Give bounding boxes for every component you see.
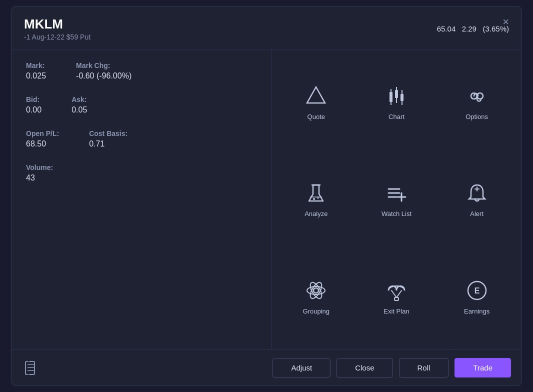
stat-ask: Ask: 0.05 <box>72 96 87 114</box>
close-button[interactable]: × <box>498 14 513 30</box>
svg-point-23 <box>314 288 318 293</box>
action-exit-plan[interactable]: Exit Plan <box>356 248 437 346</box>
modal: MKLM -1 Aug-12-22 $59 Put 65.04 2.29 (3.… <box>12 6 522 386</box>
stat-cost-basis-value: 0.71 <box>89 140 128 148</box>
svg-rect-33 <box>28 362 30 374</box>
svg-marker-0 <box>307 87 325 103</box>
options-label: Options <box>466 113 488 120</box>
quote-label: Quote <box>308 113 325 120</box>
stat-mark-chg-label: Mark Chg: <box>76 62 132 70</box>
price: 65.04 <box>437 24 456 33</box>
trade-button[interactable]: Trade <box>454 358 511 378</box>
action-alert[interactable]: Alert <box>436 151 517 248</box>
stat-mark-value: 0.025 <box>26 72 46 80</box>
stat-row-4: Volume: 43 <box>26 164 258 182</box>
close-position-button[interactable]: Close <box>336 358 392 378</box>
modal-footer: Adjust Close Roll Trade <box>12 350 521 386</box>
stat-row-3: Open P/L: 68.50 Cost Basis: 0.71 <box>26 130 258 148</box>
alert-label: Alert <box>470 210 484 218</box>
options-icon <box>465 84 489 108</box>
actions-panel: Quote <box>272 50 521 350</box>
stats-panel: Mark: 0.025 Mark Chg: -0.60 (-96.00%) Bi… <box>12 50 272 350</box>
svg-point-14 <box>313 198 315 200</box>
quote-icon <box>304 84 328 108</box>
svg-rect-29 <box>394 298 398 300</box>
alert-icon <box>465 181 489 205</box>
exit-plan-label: Exit Plan <box>384 308 409 315</box>
svg-point-15 <box>318 198 319 199</box>
svg-line-27 <box>392 290 396 298</box>
svg-rect-4 <box>395 90 398 98</box>
stat-ask-value: 0.05 <box>72 106 87 114</box>
stat-row-1: Mark: 0.025 Mark Chg: -0.60 (-96.00%) <box>26 62 258 80</box>
modal-body: Mark: 0.025 Mark Chg: -0.60 (-96.00%) Bi… <box>12 50 521 350</box>
svg-text:E: E <box>474 286 480 295</box>
stat-bid: Bid: 0.00 <box>26 96 42 114</box>
ledger-icon <box>22 359 40 377</box>
stat-cost-basis: Cost Basis: 0.71 <box>89 130 128 148</box>
earnings-icon: E <box>465 278 489 302</box>
chart-label: Chart <box>388 113 404 120</box>
stat-volume-label: Volume: <box>26 164 53 172</box>
grouping-label: Grouping <box>303 308 330 315</box>
stat-row-2: Bid: 0.00 Ask: 0.05 <box>26 96 258 114</box>
grouping-icon <box>304 278 328 302</box>
stat-volume-value: 43 <box>26 174 53 182</box>
action-earnings[interactable]: E Earnings <box>436 248 517 346</box>
subtitle: -1 Aug-12-22 $59 Put <box>24 33 90 41</box>
stat-bid-label: Bid: <box>26 96 42 104</box>
stat-open-pl-value: 68.50 <box>26 140 59 148</box>
stat-bid-value: 0.00 <box>26 106 42 114</box>
chart-icon <box>384 84 408 108</box>
action-analyze[interactable]: Analyze <box>276 151 356 248</box>
analyze-icon <box>304 181 328 205</box>
svg-rect-32 <box>26 362 34 374</box>
analyze-label: Analyze <box>304 210 328 218</box>
action-grouping[interactable]: Grouping <box>276 248 356 346</box>
title-section: MKLM -1 Aug-12-22 $59 Put <box>24 16 90 41</box>
stat-volume: Volume: 43 <box>26 164 53 182</box>
svg-line-28 <box>396 290 402 298</box>
stat-open-pl: Open P/L: 68.50 <box>26 130 59 148</box>
earnings-label: Earnings <box>464 308 490 315</box>
svg-rect-7 <box>400 94 404 101</box>
action-watchlist[interactable]: Watch List <box>356 151 437 248</box>
symbol: MKLM <box>24 16 90 32</box>
exit-plan-icon <box>384 278 408 302</box>
stat-open-pl-label: Open P/L: <box>26 130 59 138</box>
modal-header: MKLM -1 Aug-12-22 $59 Put 65.04 2.29 (3.… <box>12 6 521 50</box>
watchlist-icon <box>384 181 408 205</box>
roll-button[interactable]: Roll <box>399 358 449 378</box>
adjust-button[interactable]: Adjust <box>272 358 330 378</box>
stat-mark: Mark: 0.025 <box>26 62 46 80</box>
stat-mark-chg-value: -0.60 (-96.00%) <box>76 72 132 80</box>
stat-ask-label: Ask: <box>72 96 87 104</box>
action-quote[interactable]: Quote <box>276 54 356 151</box>
svg-rect-1 <box>390 92 392 102</box>
action-options[interactable]: Options <box>436 54 517 151</box>
watchlist-label: Watch List <box>382 210 412 218</box>
price-change: 2.29 <box>462 24 476 33</box>
action-chart[interactable]: Chart <box>356 54 437 151</box>
stat-mark-label: Mark: <box>26 62 46 70</box>
stat-mark-chg: Mark Chg: -0.60 (-96.00%) <box>76 62 132 80</box>
stat-cost-basis-label: Cost Basis: <box>89 130 128 138</box>
